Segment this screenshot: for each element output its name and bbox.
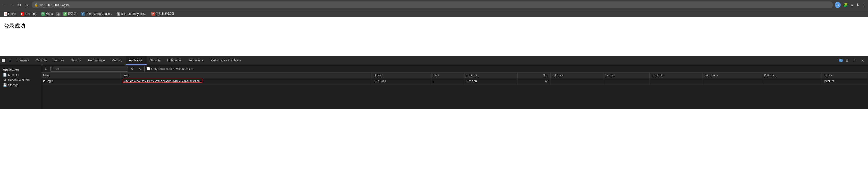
tab-elements[interactable]: Elements: [13, 56, 32, 65]
bookmark-maps[interactable]: M Maps: [39, 12, 55, 16]
sidebar-item-manifest[interactable]: 📄 Manifest: [0, 72, 41, 77]
col-header-domain: Domain: [372, 73, 432, 78]
bookmarks-bar: M Gmail ▶ YouTube M Maps 56 博 博客园 P The …: [0, 10, 868, 18]
tab-memory-label: Memory: [112, 59, 122, 62]
devtools-tab-icons: 1 ⚙ ⋮ ✕: [838, 57, 868, 64]
reload-button[interactable]: ↻: [17, 2, 22, 8]
nav-buttons: ← → ↻ ⌂: [2, 2, 30, 8]
devtools-sidebar: Application 📄 Manifest ⚙ Service Workers…: [0, 65, 41, 109]
cell-samesite: [650, 78, 703, 85]
bookmark-count-badge: 56: [56, 12, 61, 16]
col-header-priority: Priority: [822, 73, 868, 78]
cell-name: is_login: [41, 78, 121, 85]
cell-partition: [762, 78, 822, 85]
cell-domain: 127.0.0.1: [372, 78, 432, 85]
col-header-value: Value: [121, 73, 372, 78]
bookmark-bokeyuan[interactable]: 博 博客园: [62, 11, 79, 16]
inspect-element-button[interactable]: ⬜: [0, 57, 7, 64]
settings-button[interactable]: ⚙: [844, 57, 850, 64]
sidebar-item-service-workers[interactable]: ⚙ Service Workers: [0, 77, 41, 83]
title-bar: ← → ↻ ⌂ 🔒 127.0.0.1:8003/login/ S 🧩 ★ ⬇ …: [0, 0, 868, 10]
bookmark-gmail-label: Gmail: [8, 12, 16, 16]
value-cell-inner: true:1orc7x:omVoS9MUQxMXHi1Rphatzmp858Dc…: [123, 79, 202, 83]
tab-performance-insights-label: Performance insights ▲: [211, 59, 242, 62]
tab-network[interactable]: Network: [67, 56, 85, 65]
bookmark-youtube-label: YouTube: [25, 12, 36, 16]
col-header-samesite: SameSite: [650, 73, 703, 78]
bookmark-wangyi-label: 网易邮箱6.0版: [156, 12, 175, 16]
maps-favicon: M: [41, 12, 45, 16]
col-header-expires: Expires /...: [465, 73, 517, 78]
tab-security[interactable]: Security: [147, 56, 164, 65]
download-icon[interactable]: ⬇: [856, 3, 859, 7]
bookmark-maps-label: Maps: [46, 12, 53, 16]
storage-icon: 💾: [3, 83, 7, 87]
bookmark-gmail[interactable]: M Gmail: [2, 12, 18, 16]
bookmark-icon[interactable]: ★: [850, 3, 854, 7]
bokeyuan-favicon: 博: [63, 12, 67, 16]
extension-icon[interactable]: 🧩: [843, 3, 848, 7]
tab-network-label: Network: [71, 59, 82, 62]
filter-settings-button[interactable]: ⚙: [129, 66, 135, 72]
scihub-favicon: S: [117, 12, 120, 16]
tab-performance-label: Performance: [88, 59, 105, 62]
tab-recorder[interactable]: Recorder ▲: [185, 56, 208, 65]
tab-lighthouse[interactable]: Lighthouse: [164, 56, 185, 65]
only-with-issue-checkbox[interactable]: [147, 67, 150, 70]
col-header-name: Name: [41, 73, 121, 78]
filter-input[interactable]: [51, 66, 128, 71]
cookie-toolbar: ↻ ⚙ ✕ Only show cookies with an issue: [41, 65, 868, 73]
tab-performance-insights[interactable]: Performance insights ▲: [208, 56, 245, 65]
tab-application[interactable]: Application: [126, 56, 147, 65]
clear-filter-button[interactable]: ✕: [137, 66, 143, 72]
bookmark-python-label: The Python Challe...: [86, 12, 112, 16]
devtools-main-panel: ↻ ⚙ ✕ Only show cookies with an issue Na…: [41, 65, 868, 109]
notification-badge: 1: [839, 59, 843, 62]
table-header: Name Value Domain Path Expires /... Size…: [41, 73, 868, 78]
profile-icon[interactable]: S: [835, 2, 841, 8]
cell-value: true:1orc7x:omVoS9MUQxMXHi1Rphatzmp858Dc…: [121, 78, 372, 85]
bookmark-scihub-label: sci-hub proxy sea...: [121, 12, 147, 16]
tab-performance[interactable]: Performance: [85, 56, 108, 65]
url-text: 127.0.0.1:8003/login/: [39, 3, 830, 7]
bookmark-python[interactable]: P The Python Challe...: [80, 12, 114, 16]
address-bar[interactable]: 🔒 127.0.0.1:8003/login/: [31, 1, 833, 8]
lock-icon: 🔒: [34, 3, 38, 6]
col-header-httponly: HttpOnly: [550, 73, 603, 78]
tab-lighthouse-label: Lighthouse: [167, 59, 182, 62]
cell-path: /: [431, 78, 464, 85]
python-favicon: P: [82, 12, 85, 16]
sidebar-item-storage[interactable]: 💾 Storage: [0, 83, 41, 88]
tab-elements-label: Elements: [17, 59, 29, 62]
close-devtools-button[interactable]: ✕: [859, 57, 866, 64]
refresh-cookies-button[interactable]: ↻: [43, 66, 49, 72]
bookmark-bokeyuan-label: 博客园: [68, 12, 76, 16]
service-workers-icon: ⚙: [3, 78, 7, 82]
col-header-size: Size: [517, 73, 550, 78]
menu-icon[interactable]: ⋮: [862, 2, 866, 7]
col-header-path: Path: [431, 73, 464, 78]
bookmark-scihub[interactable]: S sci-hub proxy sea...: [115, 12, 149, 16]
devtools-body: Application 📄 Manifest ⚙ Service Workers…: [0, 65, 868, 109]
bookmark-youtube[interactable]: ▶ YouTube: [19, 12, 38, 16]
cell-priority: Medium: [822, 78, 868, 85]
cell-expires: Session: [465, 78, 517, 85]
tab-console[interactable]: Console: [32, 56, 50, 65]
tab-sources[interactable]: Sources: [50, 56, 67, 65]
devtools: ⬜ 📱 Elements Console Sources Network Per…: [0, 56, 868, 109]
bookmark-wangyi[interactable]: 网 网易邮箱6.0版: [150, 11, 177, 16]
device-toolbar-button[interactable]: 📱: [7, 57, 13, 64]
tab-sources-label: Sources: [53, 59, 64, 62]
tab-security-label: Security: [150, 59, 160, 62]
tab-memory[interactable]: Memory: [108, 56, 126, 65]
more-options-button[interactable]: ⋮: [851, 57, 858, 64]
forward-button[interactable]: →: [9, 2, 15, 8]
col-header-partition: Partition ...: [762, 73, 822, 78]
col-header-secure: Secure: [603, 73, 650, 78]
back-button[interactable]: ←: [2, 2, 8, 8]
home-button[interactable]: ⌂: [24, 2, 30, 8]
cell-httponly: [550, 78, 603, 85]
table-row[interactable]: is_login true:1orc7x:omVoS9MUQxMXHi1Rpha…: [41, 78, 868, 85]
sidebar-item-storage-label: Storage: [8, 83, 19, 87]
devtools-tab-bar: ⬜ 📱 Elements Console Sources Network Per…: [0, 56, 868, 65]
